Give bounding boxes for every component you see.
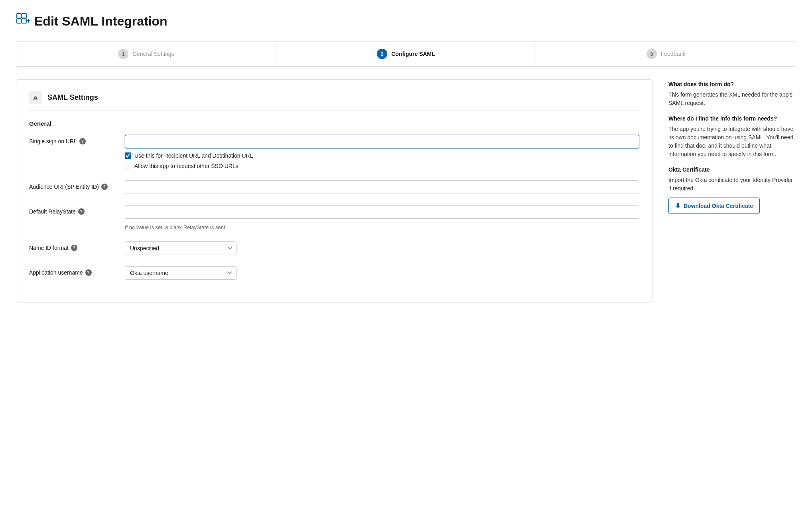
app-username-label: Application username ? [29, 266, 117, 276]
page-heading: Edit SAML Integration [34, 14, 168, 29]
wizard-step-feedback[interactable]: 3 Feedback [536, 42, 796, 66]
name-id-format-label: Name ID format ? [29, 241, 117, 251]
form-card: A SAML Settings General Single sign on U… [16, 79, 652, 303]
sidebar: What does this form do? This form genera… [668, 79, 796, 222]
audience-uri-input-group [125, 180, 639, 194]
download-cert-button[interactable]: ⬇ Download Okta Certificate [668, 198, 760, 214]
step-label-1: General Settings [132, 51, 174, 57]
sso-url-label: Single sign on URL ? [29, 135, 117, 144]
form-row-sso-url: Single sign on URL ? Use this for Recipi… [29, 135, 639, 169]
section-title: SAML Settings [47, 93, 98, 102]
form-row-relay-state: Default RelayState ? If no value is set,… [29, 205, 639, 230]
sidebar-cert: Okta Certificate Import the Okta certifi… [668, 166, 796, 214]
svg-rect-2 [17, 19, 21, 23]
relay-state-help-icon[interactable]: ? [78, 208, 85, 215]
name-id-format-select[interactable]: Unspecified EmailAddress x509SubjectName… [125, 241, 237, 255]
form-row-audience-uri: Audience URI (SP Entity ID) ? [29, 180, 639, 194]
form-row-name-id-format: Name ID format ? Unspecified EmailAddres… [29, 241, 639, 255]
relay-state-hint: If no value is set, a blank RelayState i… [125, 224, 639, 230]
step-number-1: 1 [118, 49, 128, 59]
sso-checkbox1-row: Use this for Recipient URL and Destinati… [125, 152, 639, 159]
svg-rect-1 [22, 14, 26, 18]
step-label-3: Feedback [661, 51, 685, 57]
step-number-2: 2 [377, 49, 387, 59]
audience-uri-input[interactable] [125, 180, 639, 194]
app-username-input-group: Okta username Email AD SAM Account Name … [125, 266, 639, 280]
page-title-row: Edit SAML Integration [16, 13, 796, 30]
sso-url-help-icon[interactable]: ? [79, 138, 86, 144]
relay-state-input[interactable] [125, 205, 639, 219]
sidebar-where-find-heading: Where do I find the info this form needs… [668, 115, 796, 122]
wizard-step-configure-saml[interactable]: 2 Configure SAML [276, 42, 536, 66]
sso-url-input-group: Use this for Recipient URL and Destinati… [125, 135, 639, 169]
sidebar-cert-heading: Okta Certificate [668, 166, 796, 173]
audience-uri-help-icon[interactable]: ? [101, 184, 108, 190]
sidebar-where-find: Where do I find the info this form needs… [668, 115, 796, 158]
wizard-steps: 1 General Settings 2 Configure SAML 3 Fe… [16, 41, 796, 67]
other-sso-urls-checkbox[interactable] [125, 163, 131, 169]
group-title: General [29, 120, 639, 127]
recipient-url-label: Use this for Recipient URL and Destinati… [134, 152, 253, 159]
relay-state-input-group: If no value is set, a blank RelayState i… [125, 205, 639, 230]
relay-state-label: Default RelayState ? [29, 205, 117, 215]
step-label-2: Configure SAML [391, 51, 435, 57]
sidebar-what-does-text: This form generates the XML needed for t… [668, 91, 796, 107]
download-icon: ⬇ [675, 202, 680, 210]
sso-url-input[interactable] [125, 135, 639, 148]
section-header: A SAML Settings [29, 91, 639, 111]
download-cert-label: Download Okta Certificate [684, 203, 753, 209]
svg-rect-3 [22, 19, 26, 23]
svg-rect-0 [17, 14, 21, 18]
grid-plus-icon [16, 13, 30, 30]
main-layout: A SAML Settings General Single sign on U… [16, 79, 796, 303]
sidebar-what-does: What does this form do? This form genera… [668, 81, 796, 107]
sidebar-cert-text: Import the Okta certificate to your Iden… [668, 176, 796, 193]
section-badge: A [29, 91, 42, 104]
wizard-step-general-settings[interactable]: 1 General Settings [16, 42, 276, 66]
name-id-format-input-group: Unspecified EmailAddress x509SubjectName… [125, 241, 639, 255]
name-id-format-help-icon[interactable]: ? [71, 245, 77, 251]
other-sso-urls-label: Allow this app to request other SSO URLs [134, 163, 238, 169]
recipient-url-checkbox[interactable] [125, 152, 131, 159]
audience-uri-label: Audience URI (SP Entity ID) ? [29, 180, 117, 190]
step-number-3: 3 [646, 49, 657, 59]
sidebar-where-find-text: The app you're trying to integrate with … [668, 125, 796, 158]
form-row-app-username: Application username ? Okta username Ema… [29, 266, 639, 280]
sso-checkbox2-row: Allow this app to request other SSO URLs [125, 163, 639, 169]
sidebar-what-does-heading: What does this form do? [668, 81, 796, 87]
app-username-select[interactable]: Okta username Email AD SAM Account Name … [125, 266, 237, 280]
app-username-help-icon[interactable]: ? [85, 269, 92, 276]
